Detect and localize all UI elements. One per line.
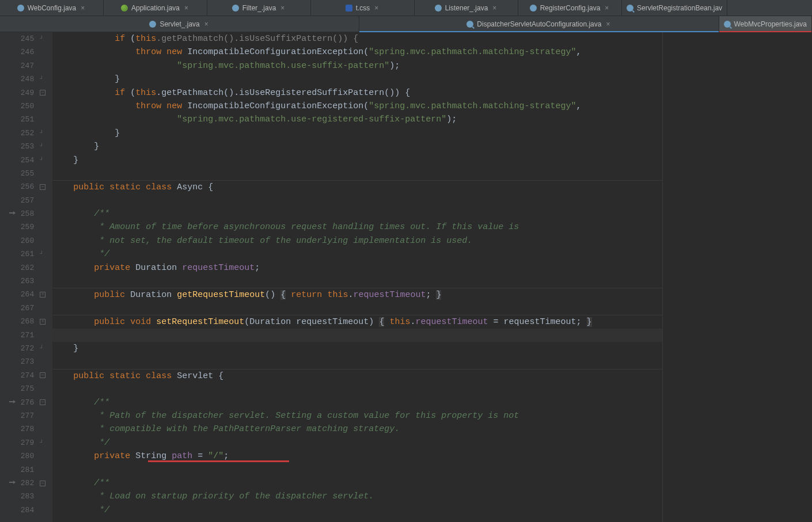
line-number[interactable]: 268 <box>9 315 34 328</box>
line-number[interactable]: 260 <box>9 234 34 247</box>
code-line[interactable]: if (this.getPathmatch().isUseRegisteredS… <box>52 86 662 100</box>
code-line[interactable] <box>52 302 662 315</box>
fold-column[interactable]: ┘┘−┘┘┘−┘++┘−−┘− <box>39 32 52 522</box>
impl-arrow-icon[interactable] <box>9 400 16 405</box>
line-number[interactable]: 256 <box>9 180 34 193</box>
line-number[interactable]: 252 <box>9 127 34 140</box>
line-number[interactable]: 275 <box>9 382 34 395</box>
code-line[interactable]: private String path = "/"; <box>52 449 662 463</box>
line-number[interactable]: 279 <box>9 436 34 449</box>
code-line[interactable]: /** <box>52 207 662 220</box>
tab-t-css[interactable]: t.css× <box>311 0 415 16</box>
line-number[interactable]: 247 <box>9 59 34 73</box>
code-line[interactable]: * Amount of time before asynchronous req… <box>52 220 662 234</box>
code-line[interactable]: public void setRequestTimeout(Duration r… <box>52 315 662 328</box>
line-number[interactable]: 267 <box>9 302 34 315</box>
line-number[interactable]: 245 <box>9 32 34 45</box>
line-number[interactable]: 283 <box>9 490 34 503</box>
code-line[interactable] <box>52 382 662 395</box>
line-number[interactable]: 274 <box>9 369 34 382</box>
code-line[interactable]: throw new IncompatibleConfigurationExcep… <box>52 45 662 59</box>
impl-arrow-icon[interactable] <box>9 481 16 485</box>
tab-registerconfig-java[interactable]: RegisterConfig.java× <box>518 0 622 16</box>
fold-plus-icon[interactable]: + <box>40 292 45 298</box>
code-line[interactable]: } <box>52 342 662 355</box>
code-line[interactable]: * Load on startup priority of the dispat… <box>52 490 662 503</box>
close-icon[interactable]: × <box>203 20 210 28</box>
line-number[interactable]: 250 <box>9 100 34 113</box>
code-line[interactable]: public Duration getRequestTimeout() { re… <box>52 288 662 301</box>
close-icon[interactable]: × <box>604 4 610 12</box>
line-number[interactable]: 281 <box>9 463 34 477</box>
line-number[interactable]: 254 <box>9 154 34 167</box>
fold-plus-icon[interactable]: + <box>40 319 45 325</box>
code-area[interactable]: if (this.getPathmatch().isUseSuffixPatte… <box>52 32 662 522</box>
code-line[interactable]: } <box>52 154 662 167</box>
code-line[interactable]: if (this.getPathmatch().isUseSuffixPatte… <box>52 32 662 45</box>
line-number[interactable]: 282 <box>9 477 34 490</box>
line-number[interactable]: 259 <box>9 220 34 234</box>
code-line[interactable]: * Path of the dispatcher servlet. Settin… <box>52 409 662 422</box>
tab-listener-java[interactable]: Listener_.java× <box>415 0 518 16</box>
code-line[interactable]: } <box>52 140 662 153</box>
line-number[interactable]: 271 <box>9 329 34 342</box>
line-number[interactable]: 251 <box>9 113 34 126</box>
code-line[interactable]: "spring.mvc.pathmatch.use-registered-suf… <box>52 113 662 126</box>
close-icon[interactable]: × <box>79 4 86 12</box>
code-line[interactable]: /** <box>52 396 662 409</box>
tab-dispatcherservletautoconfiguration-java[interactable]: DispatcherServletAutoConfiguration.java× <box>359 16 719 32</box>
line-number[interactable]: 273 <box>9 355 34 368</box>
line-number[interactable]: 261 <box>9 247 34 261</box>
code-line[interactable]: public static class Async { <box>52 180 662 193</box>
code-line[interactable]: } <box>52 73 662 86</box>
line-number[interactable]: 263 <box>9 275 34 288</box>
fold-minus-icon[interactable]: − <box>40 184 45 190</box>
line-number[interactable]: 272 <box>9 342 34 355</box>
code-line[interactable]: private Duration requestTimeout; <box>52 261 662 275</box>
code-line[interactable]: } <box>52 127 662 140</box>
code-line[interactable] <box>52 167 662 180</box>
line-number[interactable]: 249 <box>9 86 34 100</box>
code-line[interactable]: */ <box>52 504 662 517</box>
tab-servletregistrationbean-jav[interactable]: ServletRegistrationBean.jav <box>622 0 727 16</box>
line-number-gutter[interactable]: 245246247248249250251252253254255256257 … <box>9 32 39 522</box>
fold-minus-icon[interactable]: − <box>40 399 45 405</box>
line-number[interactable]: 280 <box>9 449 34 463</box>
line-number[interactable]: 257 <box>9 194 34 207</box>
code-line[interactable]: "spring.mvc.pathmatch.use-suffix-pattern… <box>52 59 662 73</box>
code-line[interactable] <box>52 275 662 288</box>
code-line[interactable]: * not set, the default timeout of the un… <box>52 234 662 247</box>
line-number[interactable]: 258 <box>9 207 34 220</box>
close-icon[interactable]: × <box>491 4 498 12</box>
code-line[interactable]: */ <box>52 247 662 261</box>
close-icon[interactable]: × <box>183 4 189 12</box>
code-line[interactable] <box>52 194 662 207</box>
code-line[interactable]: public static class Servlet { <box>52 369 662 382</box>
line-number[interactable]: 255 <box>9 167 34 180</box>
tab-webmvcproperties-java[interactable]: WebMvcProperties.java <box>719 16 813 32</box>
line-number[interactable]: 253 <box>9 140 34 153</box>
line-number[interactable]: 278 <box>9 422 34 436</box>
tab-application-java[interactable]: Application.java× <box>104 0 207 16</box>
code-line[interactable]: throw new IncompatibleConfigurationExcep… <box>52 100 662 113</box>
line-number[interactable]: 248 <box>9 73 34 86</box>
tab-filter-java[interactable]: Filter_.java× <box>207 0 311 16</box>
line-number[interactable]: 276 <box>9 396 34 409</box>
impl-arrow-icon[interactable] <box>9 211 16 216</box>
code-line[interactable] <box>52 355 662 368</box>
tab-webconfig-java[interactable]: WebConfig.java× <box>0 0 104 16</box>
line-number[interactable]: 277 <box>9 409 34 422</box>
fold-minus-icon[interactable]: − <box>40 90 45 96</box>
line-number[interactable]: 246 <box>9 45 34 59</box>
close-icon[interactable]: × <box>279 4 286 12</box>
close-icon[interactable]: × <box>373 4 380 12</box>
line-number[interactable]: 262 <box>9 261 34 275</box>
code-line[interactable] <box>52 329 662 342</box>
code-line[interactable] <box>52 463 662 477</box>
close-icon[interactable]: × <box>605 20 611 28</box>
fold-minus-icon[interactable]: − <box>40 481 45 486</box>
line-number[interactable]: 284 <box>9 504 34 517</box>
line-number[interactable]: 264 <box>9 288 34 301</box>
fold-minus-icon[interactable]: − <box>40 372 45 378</box>
code-line[interactable]: */ <box>52 436 662 449</box>
